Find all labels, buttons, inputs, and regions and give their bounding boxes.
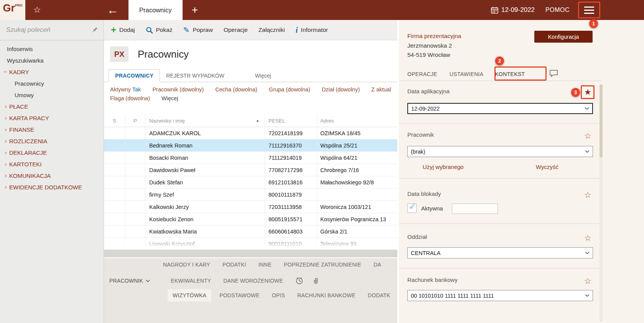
- sidebar-item-kadry[interactable]: ›KADRY: [0, 66, 104, 78]
- table-row[interactable]: ADAMCZUK KAROL 72021418199 OZIMSKA 18/45: [104, 127, 399, 139]
- detail-tab-dane-wdrozeniowe[interactable]: DANE WDROŻENIOWE: [223, 278, 283, 284]
- table-row[interactable]: Bosacki Roman 71112914019 Wspólna 64/21: [104, 152, 399, 164]
- favorite-star-filled-icon[interactable]: ★: [584, 88, 591, 96]
- company-name-link[interactable]: Firma prezentacyjna: [407, 33, 461, 40]
- favorite-star-outline-icon[interactable]: ☆: [584, 277, 591, 285]
- detail-tab-poprzednie-zatrudnienie[interactable]: POPRZEDNIE ZATRUDNIENIE: [284, 262, 361, 268]
- sidebar-item-karta-pracy[interactable]: ›KARTA PRACY: [0, 112, 104, 124]
- detail-tab-dodatkowe[interactable]: DODATK: [368, 292, 390, 298]
- favorite-star-outline-icon[interactable]: ☆: [584, 234, 591, 242]
- show-button[interactable]: Pokaż: [146, 27, 173, 34]
- filter-aktywny[interactable]: Aktywny Tak: [110, 86, 141, 93]
- feedback-bubble-icon[interactable]: [549, 70, 558, 79]
- application-date-select[interactable]: 12-09-2022: [407, 103, 593, 114]
- detail-tab-dane[interactable]: DA: [374, 262, 381, 268]
- sidebar-item-place[interactable]: ›PŁACE: [0, 101, 104, 112]
- sidebar-item-finanse[interactable]: ›FINANSE: [0, 124, 104, 135]
- detail-tab-nagrody-i-kary[interactable]: NAGRODY I KARY: [163, 262, 210, 268]
- cell-pesel: 69121013816: [265, 176, 317, 188]
- main-menu-button[interactable]: [578, 2, 600, 18]
- attachments-button[interactable]: Załączniki: [259, 27, 285, 33]
- column-header-p[interactable]: P: [125, 114, 145, 127]
- sidebar-item-deklaracje[interactable]: ›DEKLARACJE: [0, 147, 104, 158]
- pin-icon[interactable]: [91, 27, 98, 33]
- table-row[interactable]: Kwiatkowska Maria 66060614803 Górska 2/1: [104, 225, 399, 238]
- command-search-placeholder: Szukaj poleceń: [6, 26, 91, 34]
- horizontal-scrollbar[interactable]: [104, 250, 399, 257]
- tab-kontekst[interactable]: KONTEKST: [495, 71, 525, 77]
- sidebar-item-kadry-umowy[interactable]: Umowy: [0, 89, 104, 101]
- tab-more[interactable]: Więcej: [249, 70, 277, 82]
- sidebar-item-kadry-pracownicy[interactable]: Pracownicy: [0, 78, 104, 89]
- history-clock-icon[interactable]: [295, 277, 303, 285]
- table-row[interactable]: firmy Szef 80010111879: [104, 189, 399, 201]
- command-search-input[interactable]: Szukaj poleceń: [0, 20, 104, 40]
- window-tab-pracownicy[interactable]: Pracownicy: [128, 0, 183, 20]
- tab-ustawienia[interactable]: USTAWIENIA: [450, 71, 484, 77]
- scrollbar-thumb[interactable]: [600, 84, 603, 157]
- filter-cecha[interactable]: Cecha (dowolna): [215, 86, 257, 93]
- attachment-paperclip-icon[interactable]: [312, 277, 320, 285]
- operations-button[interactable]: Operacje: [224, 27, 248, 33]
- tab-rejestr-wypadkow[interactable]: REJESTR WYPADKÓW: [160, 70, 230, 82]
- filter-flaga[interactable]: Flaga (dowolna): [110, 95, 150, 101]
- table-row-selected[interactable]: Bednarek Roman 71112916370 Wspólna 25/21: [104, 139, 399, 152]
- sidebar-item-kartoteki[interactable]: ›KARTOTEKI: [0, 158, 104, 170]
- help-button[interactable]: POMOC: [545, 7, 570, 13]
- sidebar-item-wyszukiwarka[interactable]: Wyszukiwarka: [0, 55, 104, 66]
- table-row[interactable]: Dawidowski Paweł 77082717298 Chrobrego 7…: [104, 164, 399, 176]
- column-header-name[interactable]: Nazwisko i imię ▲: [145, 114, 265, 127]
- filter-more[interactable]: Więcej: [161, 95, 178, 101]
- add-button[interactable]: + Dodaj: [111, 26, 135, 33]
- table-row[interactable]: Kalkowski Jerzy 72031113958 Woronicza 10…: [104, 201, 399, 213]
- detail-tab-wizytowka[interactable]: WIZYTÓWKA: [168, 289, 211, 301]
- detail-tab-podstawowe[interactable]: PODSTAWOWE: [219, 292, 260, 298]
- sidebar-item-infoserwis[interactable]: Infoserwis: [0, 43, 104, 55]
- app-logo[interactable]: Gr PRO: [0, 0, 25, 20]
- filter-grupa[interactable]: Grupa (dowolna): [269, 86, 310, 93]
- branch-select[interactable]: CENTRALA: [407, 247, 593, 258]
- detail-tab-ekwiwalenty[interactable]: EKWIWALENTY: [171, 278, 211, 284]
- detail-panel-selector[interactable]: PRACOWNIK: [109, 278, 150, 284]
- new-tab-button[interactable]: +: [192, 5, 198, 15]
- detail-tab-podatki[interactable]: PODATKI: [222, 262, 246, 268]
- filter-pracownik[interactable]: Pracownik (dowolny): [152, 86, 204, 93]
- filter-dzial[interactable]: Dział (dowolny): [322, 86, 360, 93]
- favorites-star-icon[interactable]: ☆: [33, 6, 41, 14]
- sidebar-item-rozliczenia[interactable]: ›ROZLICZENIA: [0, 135, 104, 147]
- sidebar-item-komunikacja[interactable]: ›KOMUNIKACJA: [0, 170, 104, 181]
- lock-date-input[interactable]: [452, 204, 498, 214]
- sidebar-item-ewidencje-dodatkowe[interactable]: ›EWIDENCJE DODATKOWE: [0, 181, 104, 193]
- edit-button[interactable]: ✎ Popraw: [183, 26, 213, 34]
- employee-select[interactable]: (brak): [407, 146, 593, 157]
- bank-account-select[interactable]: 00 10101010 1111 1111 1111 1111: [407, 290, 593, 301]
- app-logo-text: Gr: [3, 3, 15, 13]
- informator-button[interactable]: i Informator: [296, 26, 328, 34]
- table-row[interactable]: Dudek Stefan 69121013816 Małachowskiego …: [104, 176, 399, 189]
- sidebar-item-label: KARTA PRACY: [9, 115, 49, 121]
- column-header-address[interactable]: Adres: [317, 114, 399, 127]
- table-row[interactable]: Lisowski Krzysztof 90010111010 Telewizyj…: [104, 238, 399, 250]
- application-date-widget[interactable]: 12-09-2022: [491, 6, 535, 14]
- tab-pracownicy[interactable]: PRACOWNICY: [109, 69, 160, 82]
- detail-tab-rachunki-bankowe[interactable]: RACHUNKI BANKOWE: [297, 292, 356, 298]
- clear-link[interactable]: Wyczyść: [536, 164, 558, 170]
- favorite-star-outline-icon[interactable]: ☆: [584, 191, 591, 199]
- back-arrow-icon[interactable]: ←: [107, 4, 119, 16]
- tab-operacje[interactable]: OPERACJE: [407, 71, 437, 77]
- configuration-button[interactable]: Konfiguracja: [534, 31, 593, 43]
- chevron-down-icon: [146, 280, 150, 282]
- filter-z-aktualnym[interactable]: Z aktual: [371, 86, 391, 93]
- use-selected-link[interactable]: Użyj wybranego: [423, 164, 464, 170]
- table-row[interactable]: Kosiebucki Zenon 80051915571 Kosynierów …: [104, 213, 399, 225]
- vertical-scrollbar[interactable]: [600, 84, 603, 322]
- column-header-s[interactable]: S: [104, 114, 125, 127]
- application-date-label: Data aplikacyjna: [407, 88, 450, 94]
- cell-s: [104, 238, 125, 250]
- detail-tab-opis[interactable]: OPIS: [272, 292, 285, 298]
- lock-active-checkbox[interactable]: ✓: [407, 204, 417, 213]
- column-header-pesel[interactable]: PESEL: [265, 114, 317, 127]
- favorite-star-outline-icon[interactable]: ☆: [584, 132, 591, 140]
- chevron-right-icon: ›: [3, 161, 8, 167]
- detail-tab-inne[interactable]: INNE: [259, 262, 272, 268]
